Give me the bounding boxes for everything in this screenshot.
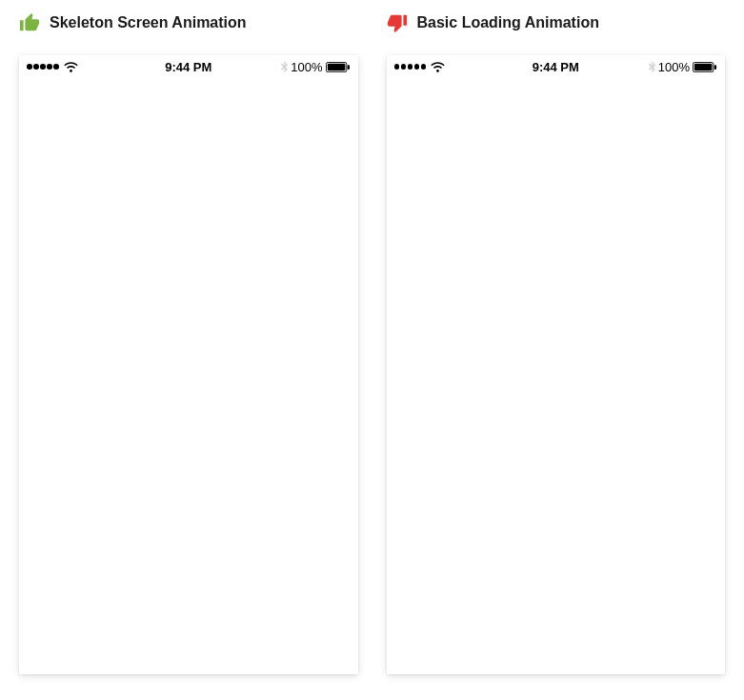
left-status-bar: 9:44 PM 100% xyxy=(19,55,358,76)
left-header: Skeleton Screen Animation xyxy=(19,10,358,36)
right-column: Basic Loading Animation xyxy=(387,10,726,674)
wifi-icon xyxy=(64,61,78,72)
status-time: 9:44 PM xyxy=(533,60,579,74)
left-title: Skeleton Screen Animation xyxy=(50,14,247,31)
signal-strength-icon xyxy=(394,64,427,70)
comparison-container: Skeleton Screen Animation xyxy=(19,10,725,674)
battery-percent: 100% xyxy=(291,60,322,74)
wifi-icon xyxy=(431,61,445,72)
status-right-group: 100% xyxy=(649,60,717,74)
right-header: Basic Loading Animation xyxy=(387,10,726,36)
thumbs-down-icon xyxy=(387,12,408,33)
battery-icon xyxy=(326,61,351,72)
status-right-group: 100% xyxy=(281,60,350,74)
right-title: Basic Loading Animation xyxy=(417,14,599,31)
signal-strength-icon xyxy=(27,64,59,70)
svg-rect-2 xyxy=(347,65,349,70)
status-time: 9:44 PM xyxy=(165,60,211,74)
svg-rect-4 xyxy=(694,64,713,70)
right-phone-content xyxy=(387,76,726,674)
battery-icon xyxy=(693,61,717,72)
battery-percent: 100% xyxy=(658,60,690,74)
bluetooth-icon xyxy=(649,61,655,72)
right-phone-mockup: 9:44 PM 100% xyxy=(387,55,726,674)
thumbs-up-icon xyxy=(19,12,40,33)
bluetooth-icon xyxy=(281,61,288,72)
svg-rect-5 xyxy=(714,65,716,70)
left-phone-mockup: 9:44 PM 100% xyxy=(19,55,358,674)
svg-rect-1 xyxy=(327,64,345,70)
left-phone-content xyxy=(19,76,358,674)
right-status-bar: 9:44 PM 100% xyxy=(387,55,726,76)
status-left-group xyxy=(394,61,446,72)
status-left-group xyxy=(27,61,78,72)
left-column: Skeleton Screen Animation xyxy=(19,10,358,674)
